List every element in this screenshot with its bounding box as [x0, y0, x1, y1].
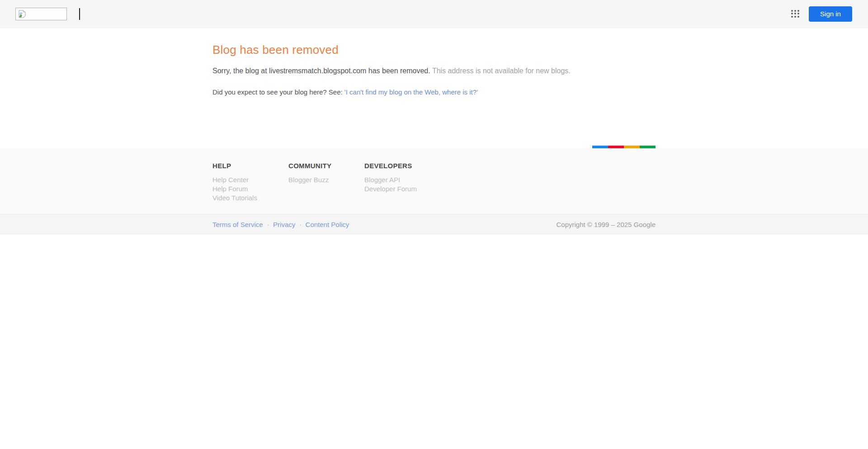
removal-message-primary: Sorry, the blog at livestremsmatch.blogs… — [212, 67, 430, 75]
sign-in-button[interactable]: Sign in — [809, 6, 852, 22]
footer-legal-bar: Terms of Service · Privacy · Content Pol… — [0, 214, 868, 235]
list-item: Developer Forum — [364, 184, 440, 194]
footer-column-community: COMMUNITY Blogger Buzz — [288, 162, 364, 203]
logo-placeholder — [15, 8, 67, 20]
privacy-link[interactable]: Privacy — [273, 221, 295, 228]
developer-forum-link[interactable]: Developer Forum — [364, 185, 417, 193]
apps-grid-icon — [791, 9, 800, 19]
list-item: Help Forum — [212, 184, 288, 194]
main-content: Blog has been removed Sorry, the blog at… — [0, 28, 868, 148]
list-item: Blogger API — [364, 175, 440, 184]
removal-message: Sorry, the blog at livestremsmatch.blogs… — [212, 67, 656, 75]
blogger-buzz-link[interactable]: Blogger Buzz — [288, 176, 329, 184]
blogger-api-link[interactable]: Blogger API — [364, 176, 400, 184]
help-center-link[interactable]: Help Center — [212, 176, 249, 184]
removal-message-secondary: This address is not available for new bl… — [432, 67, 571, 75]
footer-column-developers: DEVELOPERS Blogger API Developer Forum — [364, 162, 440, 203]
legal-links: Terms of Service · Privacy · Content Pol… — [212, 221, 349, 228]
help-prompt-text: Did you expect to see your blog here? Se… — [212, 88, 344, 96]
separator-dot: · — [295, 221, 305, 228]
copyright-text: Copyright © 1999 – 2025 Google — [556, 221, 656, 228]
google-apps-button[interactable] — [786, 5, 804, 23]
content-policy-link[interactable]: Content Policy — [306, 221, 349, 228]
footer: HELP Help Center Help Forum Video Tutori… — [0, 148, 868, 214]
list-item: Video Tutorials — [212, 194, 288, 203]
broken-image-icon — [18, 9, 27, 19]
terms-of-service-link[interactable]: Terms of Service — [212, 221, 263, 228]
help-forum-link[interactable]: Help Forum — [212, 185, 248, 193]
footer-column-help: HELP Help Center Help Forum Video Tutori… — [212, 162, 288, 203]
list-item: Help Center — [212, 175, 288, 184]
top-header: Sign in — [0, 0, 868, 28]
page-title: Blog has been removed — [212, 28, 656, 57]
separator-dot: · — [263, 221, 273, 228]
list-item: Blogger Buzz — [288, 175, 364, 184]
footer-heading-help: HELP — [212, 162, 288, 170]
footer-heading-developers: DEVELOPERS — [364, 162, 440, 170]
cant-find-blog-link[interactable]: 'I can't find my blog on the Web, where … — [344, 88, 478, 96]
text-caret — [79, 8, 80, 20]
help-prompt: Did you expect to see your blog here? Se… — [212, 88, 656, 96]
footer-heading-community: COMMUNITY — [288, 162, 364, 170]
video-tutorials-link[interactable]: Video Tutorials — [212, 194, 257, 202]
